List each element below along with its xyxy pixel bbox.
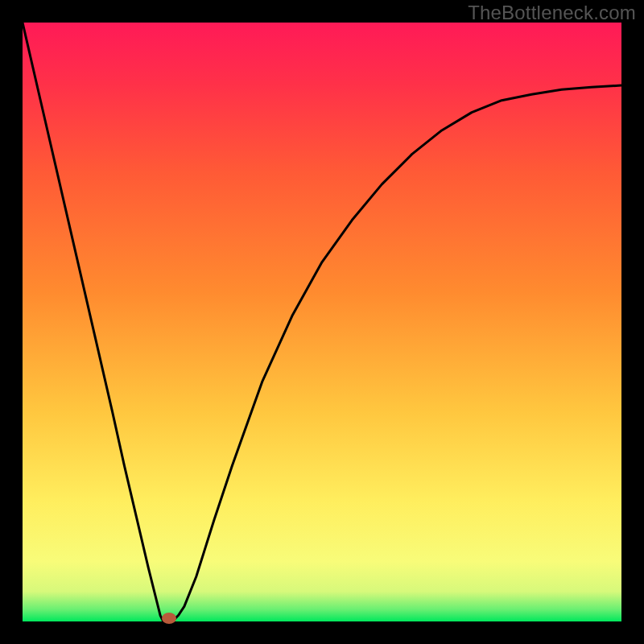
plot-area [23, 23, 621, 621]
gradient-background [23, 23, 621, 621]
watermark-label: TheBottleneck.com [468, 2, 636, 24]
marker-dot [162, 613, 176, 624]
chart-svg [23, 23, 621, 621]
